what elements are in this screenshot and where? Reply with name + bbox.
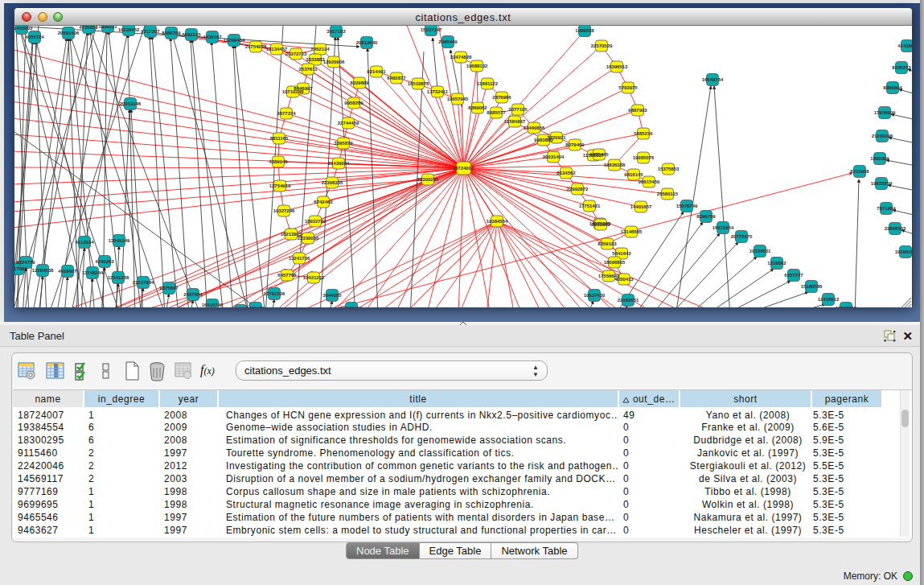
svg-text:19299464: 19299464 — [224, 38, 245, 43]
svg-text:22455603: 22455603 — [14, 26, 33, 31]
svg-text:22570529: 22570529 — [591, 43, 613, 48]
svg-text:20031404: 20031404 — [543, 154, 565, 159]
svg-text:6217026: 6217026 — [14, 266, 27, 271]
svg-text:9217207: 9217207 — [141, 29, 160, 34]
svg-text:8489709: 8489709 — [162, 31, 181, 35]
svg-text:7671884: 7671884 — [877, 206, 896, 211]
svg-text:1839221: 1839221 — [98, 26, 117, 29]
svg-text:2066449: 2066449 — [438, 39, 458, 44]
svg-text:8685577: 8685577 — [487, 110, 506, 115]
svg-text:4429607: 4429607 — [58, 269, 77, 274]
svg-text:1218062: 1218062 — [767, 261, 786, 266]
svg-text:22474828: 22474828 — [450, 55, 472, 60]
svg-text:20772475: 20772475 — [731, 234, 753, 239]
svg-text:5685216: 5685216 — [634, 131, 653, 136]
svg-text:4245263: 4245263 — [95, 259, 114, 264]
svg-text:5188470: 5188470 — [246, 306, 265, 307]
svg-text:2457954: 2457954 — [183, 292, 203, 297]
svg-text:9958289: 9958289 — [344, 101, 363, 105]
svg-text:2876966: 2876966 — [492, 95, 511, 100]
svg-text:4143890: 4143890 — [897, 43, 912, 48]
svg-text:16415740: 16415740 — [202, 303, 224, 307]
svg-text:9275445: 9275445 — [589, 152, 609, 157]
svg-text:5641643: 5641643 — [612, 251, 631, 256]
svg-text:8134562: 8134562 — [556, 171, 576, 175]
svg-text:16648764: 16648764 — [702, 77, 724, 82]
svg-text:4050413: 4050413 — [614, 277, 634, 282]
svg-text:20580115: 20580115 — [657, 192, 679, 196]
svg-text:8336273: 8336273 — [892, 65, 911, 70]
svg-text:13045349: 13045349 — [109, 238, 130, 243]
svg-text:17956909: 17956909 — [874, 110, 896, 115]
svg-text:4439167: 4439167 — [203, 35, 222, 39]
svg-text:20372723: 20372723 — [285, 51, 307, 56]
svg-text:8079409: 8079409 — [565, 142, 585, 147]
svg-text:21257684: 21257684 — [133, 280, 154, 285]
svg-text:20691406: 20691406 — [58, 31, 80, 35]
svg-text:9816145: 9816145 — [624, 172, 643, 177]
svg-text:10837430: 10837430 — [584, 293, 606, 298]
svg-text:7452134: 7452134 — [310, 47, 330, 51]
svg-text:19523409: 19523409 — [341, 306, 363, 307]
svg-text:19832259: 19832259 — [871, 181, 893, 186]
svg-text:15180586: 15180586 — [801, 284, 823, 289]
svg-text:14401657: 14401657 — [630, 204, 652, 209]
svg-text:8029889: 8029889 — [350, 80, 369, 85]
svg-text:2580963: 2580963 — [591, 222, 610, 227]
svg-text:11881122: 11881122 — [477, 81, 499, 86]
svg-text:10327246: 10327246 — [273, 208, 295, 213]
svg-text:3917183: 3917183 — [326, 29, 346, 34]
svg-text:12294238: 12294238 — [32, 268, 54, 273]
svg-text:21200396: 21200396 — [872, 134, 893, 138]
svg-text:8811165: 8811165 — [270, 136, 289, 141]
svg-text:16396513: 16396513 — [606, 64, 628, 69]
svg-text:13241736: 13241736 — [289, 256, 310, 261]
svg-text:13701506: 13701506 — [264, 291, 285, 296]
svg-text:22330030: 22330030 — [298, 236, 319, 241]
svg-text:11584847: 11584847 — [504, 119, 526, 124]
svg-text:4112034: 4112034 — [75, 240, 94, 245]
svg-text:17751421: 17751421 — [579, 204, 601, 208]
svg-text:10323815: 10323815 — [836, 306, 857, 307]
svg-text:9887903: 9887903 — [628, 108, 647, 113]
svg-text:8396759: 8396759 — [696, 214, 716, 219]
svg-text:19085076: 19085076 — [633, 155, 655, 160]
svg-text:12920906: 12920906 — [323, 60, 345, 64]
svg-text:6742460: 6742460 — [314, 200, 333, 204]
svg-text:15375853: 15375853 — [658, 167, 680, 171]
svg-text:16072954: 16072954 — [713, 225, 734, 230]
svg-text:3644095: 3644095 — [322, 293, 342, 298]
svg-text:21754078: 21754078 — [245, 44, 267, 49]
svg-text:6457765: 6457765 — [277, 273, 297, 278]
svg-text:5793975: 5793975 — [618, 85, 638, 90]
svg-text:1890399: 1890399 — [870, 156, 889, 161]
svg-text:19836388: 19836388 — [604, 163, 626, 167]
svg-text:3220921: 3220921 — [547, 135, 566, 140]
svg-text:4389045: 4389045 — [269, 159, 288, 164]
svg-text:15076749: 15076749 — [676, 204, 698, 208]
svg-text:13421212: 13421212 — [303, 275, 325, 280]
svg-text:5682115: 5682115 — [182, 32, 201, 37]
svg-text:13146585: 13146585 — [621, 229, 643, 234]
svg-text:10334531: 10334531 — [749, 249, 771, 253]
svg-text:22992872: 22992872 — [567, 187, 589, 192]
svg-text:14460856: 14460856 — [524, 126, 545, 130]
svg-text:6357277: 6357277 — [784, 273, 803, 278]
svg-text:8224730: 8224730 — [16, 260, 35, 265]
svg-text:20615450: 20615450 — [639, 179, 660, 184]
svg-text:13732411: 13732411 — [427, 89, 449, 94]
svg-text:6482877: 6482877 — [387, 76, 406, 80]
svg-text:19688132: 19688132 — [466, 64, 488, 68]
svg-text:20813640: 20813640 — [356, 40, 378, 45]
svg-text:19285201: 19285201 — [895, 249, 912, 254]
svg-text:3395870: 3395870 — [334, 141, 353, 146]
svg-text:10057945: 10057945 — [447, 97, 469, 101]
svg-text:22093651: 22093651 — [618, 298, 639, 303]
svg-text:4735650: 4735650 — [79, 26, 98, 30]
svg-text:12416912: 12416912 — [818, 297, 840, 302]
svg-text:22744459: 22744459 — [338, 121, 359, 126]
svg-text:18300295: 18300295 — [417, 177, 439, 182]
svg-text:2537611: 2537611 — [298, 67, 318, 72]
svg-text:13754919: 13754919 — [269, 183, 291, 188]
svg-text:8359183: 8359183 — [598, 241, 617, 246]
